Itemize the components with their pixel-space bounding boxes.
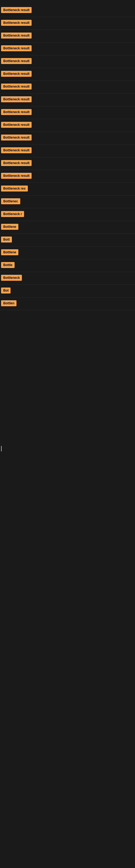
bottleneck-label-19[interactable]: Bott (1, 237, 12, 243)
result-row-9: Bottleneck result (0, 106, 135, 119)
bottleneck-label-1[interactable]: Bottleneck result (1, 7, 32, 13)
bottleneck-label-14[interactable]: Bottleneck result (1, 173, 32, 179)
bottleneck-label-2[interactable]: Bottleneck result (1, 20, 32, 26)
result-row-10: Bottleneck result (0, 119, 135, 132)
result-row-17: Bottleneck r (0, 208, 135, 221)
bottleneck-label-22[interactable]: Bottleneck (1, 275, 22, 281)
bottleneck-label-4[interactable]: Bottleneck result (1, 45, 32, 51)
result-row-24: Bottlen (0, 298, 135, 310)
result-row-13: Bottleneck result (0, 157, 135, 170)
cursor-container (0, 446, 135, 500)
bottleneck-label-8[interactable]: Bottleneck result (1, 96, 32, 102)
bottleneck-label-5[interactable]: Bottleneck result (1, 58, 32, 64)
bottleneck-label-18[interactable]: Bottlene (1, 224, 18, 230)
result-row-20: Bottlene (0, 247, 135, 259)
bottleneck-label-9[interactable]: Bottleneck result (1, 109, 32, 115)
result-row-12: Bottleneck result (0, 145, 135, 157)
bottleneck-label-23[interactable]: Bot (1, 287, 10, 293)
site-title (0, 0, 135, 4)
bottleneck-label-24[interactable]: Bottlen (1, 300, 16, 306)
bottleneck-label-20[interactable]: Bottlene (1, 249, 18, 255)
result-row-22: Bottleneck (0, 272, 135, 285)
result-row-16: Bottlenec (0, 195, 135, 208)
text-cursor (1, 446, 2, 452)
bottleneck-label-11[interactable]: Bottleneck result (1, 134, 32, 141)
result-row-3: Bottleneck result (0, 30, 135, 42)
result-row-21: Bottle (0, 259, 135, 272)
result-row-4: Bottleneck result (0, 42, 135, 55)
result-row-18: Bottlene (0, 221, 135, 234)
result-row-19: Bott (0, 234, 135, 247)
result-row-5: Bottleneck result (0, 55, 135, 68)
result-row-23: Bot (0, 285, 135, 298)
result-row-6: Bottleneck result (0, 68, 135, 81)
result-row-7: Bottleneck result (0, 81, 135, 94)
result-row-15: Bottleneck res (0, 183, 135, 195)
bottleneck-label-3[interactable]: Bottleneck result (1, 33, 32, 38)
result-row-2: Bottleneck result (0, 17, 135, 30)
result-row-1: Bottleneck result (0, 4, 135, 17)
bottleneck-label-17[interactable]: Bottleneck r (1, 211, 24, 217)
results-container: Bottleneck resultBottleneck resultBottle… (0, 4, 135, 310)
bottleneck-label-7[interactable]: Bottleneck result (1, 84, 32, 90)
bottleneck-label-10[interactable]: Bottleneck result (1, 122, 32, 128)
bottleneck-label-6[interactable]: Bottleneck result (1, 71, 32, 77)
bottleneck-label-13[interactable]: Bottleneck result (1, 160, 32, 166)
bottleneck-label-15[interactable]: Bottleneck res (1, 186, 28, 191)
result-row-8: Bottleneck result (0, 94, 135, 106)
bottleneck-label-16[interactable]: Bottlenec (1, 198, 20, 204)
result-row-14: Bottleneck result (0, 170, 135, 183)
bottleneck-label-12[interactable]: Bottleneck result (1, 147, 32, 153)
bottleneck-label-21[interactable]: Bottle (1, 262, 14, 268)
result-row-11: Bottleneck result (0, 132, 135, 145)
